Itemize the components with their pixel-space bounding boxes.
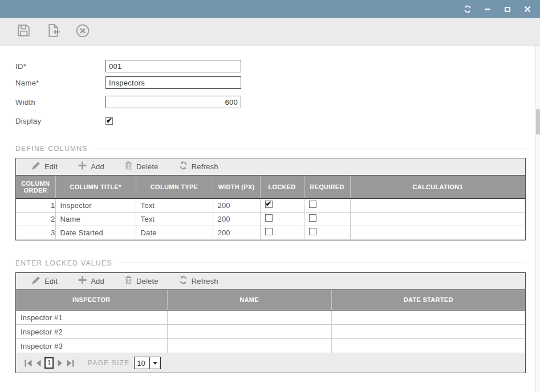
- refresh-button-label: Refresh: [192, 162, 218, 171]
- locked-values-grid: Edit Add Delete: [15, 272, 526, 374]
- scrollbar-thumb[interactable]: [536, 109, 540, 134]
- refresh-button[interactable]: Refresh: [179, 276, 218, 287]
- delete-button-label: Delete: [136, 277, 159, 285]
- minimize-icon[interactable]: [483, 5, 492, 14]
- form-row-id: ID*: [15, 60, 526, 72]
- cell-type: Text: [136, 198, 213, 212]
- column-header-required[interactable]: REQUIRED: [304, 175, 350, 198]
- column-header-title[interactable]: COLUMN TITLE*: [55, 175, 136, 198]
- refresh-icon: [179, 161, 188, 172]
- cell-date-started: [331, 339, 525, 353]
- required-checkbox[interactable]: [309, 228, 316, 235]
- edit-pencil-icon: [32, 161, 40, 172]
- column-header-type[interactable]: COLUMN TYPE: [136, 175, 213, 198]
- cell-order: 2: [16, 212, 55, 226]
- previous-page-button[interactable]: [33, 358, 43, 368]
- maximize-icon[interactable]: [503, 5, 512, 14]
- cell-title: Inspector: [55, 198, 136, 212]
- delete-button-label: Delete: [136, 162, 159, 171]
- cell-date-started: [331, 311, 525, 325]
- edit-button-label: Edit: [44, 162, 58, 171]
- main-content: ID* Name* Width Display DEFINE COLUMNS E…: [15, 60, 526, 373]
- cell-locked: [260, 198, 304, 212]
- locked-checkbox[interactable]: [265, 214, 273, 222]
- page-size-select[interactable]: 10: [134, 357, 161, 369]
- cell-required: [304, 226, 350, 239]
- table-row[interactable]: Inspector #3: [16, 339, 525, 353]
- locked-values-table: INSPECTOR NAME DATE STARTED Inspector #1…: [16, 290, 525, 354]
- column-header-calculation[interactable]: CALCULATION1: [350, 175, 525, 198]
- sync-icon[interactable]: [463, 5, 472, 14]
- section-rule: [95, 149, 526, 149]
- cell-title: Date Started: [55, 226, 136, 239]
- add-button[interactable]: Add: [78, 276, 104, 287]
- delete-button[interactable]: Delete: [125, 276, 159, 287]
- width-label: Width: [15, 98, 105, 107]
- column-header-inspector[interactable]: INSPECTOR: [16, 290, 167, 311]
- table-row[interactable]: Inspector #1: [16, 311, 525, 325]
- id-label: ID*: [15, 62, 105, 71]
- refresh-icon: [179, 276, 188, 287]
- add-button[interactable]: Add: [78, 161, 104, 172]
- column-header-width[interactable]: WIDTH (PX): [213, 175, 260, 198]
- table-row[interactable]: 2 Name Text 200: [16, 212, 525, 226]
- last-page-button[interactable]: [65, 358, 75, 368]
- table-row[interactable]: 1 Inspector Text 200: [16, 198, 525, 212]
- close-icon[interactable]: [523, 5, 532, 14]
- id-field[interactable]: [105, 60, 241, 72]
- chevron-down-icon: [150, 357, 161, 369]
- refresh-button[interactable]: Refresh: [179, 161, 218, 172]
- cell-title: Name: [55, 212, 136, 226]
- column-header-date-started[interactable]: DATE STARTED: [331, 290, 525, 311]
- locked-values-section-header: ENTER LOCKED VALUES: [15, 259, 526, 268]
- import-button[interactable]: [45, 24, 61, 40]
- save-button[interactable]: [15, 24, 31, 40]
- required-checkbox[interactable]: [309, 214, 316, 222]
- locked-checkbox[interactable]: [265, 228, 273, 235]
- column-header-order[interactable]: COLUMN ORDER: [16, 175, 55, 198]
- first-page-button[interactable]: [23, 358, 33, 368]
- display-checkbox[interactable]: [105, 117, 113, 125]
- form-row-width: Width: [15, 96, 526, 108]
- cell-inspector: Inspector #3: [16, 339, 167, 353]
- locked-checkbox[interactable]: [265, 201, 273, 208]
- page-size-label: PAGE SIZE: [88, 359, 129, 367]
- table-header-row: INSPECTOR NAME DATE STARTED: [16, 290, 525, 311]
- width-field[interactable]: [105, 96, 241, 108]
- app-toolbar: [0, 18, 540, 46]
- cell-locked: [260, 212, 304, 226]
- form-row-display: Display: [15, 115, 526, 127]
- refresh-button-label: Refresh: [192, 277, 218, 285]
- name-label: Name*: [15, 79, 105, 87]
- delete-button[interactable]: Delete: [125, 161, 159, 172]
- cancel-button[interactable]: [75, 24, 91, 40]
- cell-width: 200: [213, 198, 260, 212]
- import-document-icon: [46, 23, 61, 40]
- window-titlebar: [0, 0, 540, 18]
- edit-button[interactable]: Edit: [32, 161, 58, 172]
- cell-name: [167, 311, 331, 325]
- display-label: Display: [15, 117, 105, 125]
- column-header-name[interactable]: NAME: [167, 290, 331, 311]
- cell-width: 200: [213, 212, 260, 226]
- add-plus-icon: [78, 276, 87, 287]
- trash-icon: [125, 276, 132, 287]
- edit-button[interactable]: Edit: [32, 276, 58, 287]
- table-row[interactable]: 3 Date Started Date 200: [16, 226, 525, 239]
- column-header-locked[interactable]: LOCKED: [260, 175, 304, 198]
- cell-calculation: [350, 212, 525, 226]
- cell-calculation: [350, 226, 525, 239]
- required-checkbox[interactable]: [309, 201, 316, 208]
- current-page-indicator[interactable]: 1: [44, 357, 54, 369]
- edit-button-label: Edit: [44, 277, 58, 285]
- next-page-button[interactable]: [55, 358, 65, 368]
- cell-date-started: [331, 325, 525, 339]
- section-rule: [119, 263, 526, 263]
- vertical-scrollbar[interactable]: [535, 46, 540, 392]
- cell-type: Text: [136, 212, 213, 226]
- name-field[interactable]: [105, 76, 241, 89]
- cell-type: Date: [136, 226, 213, 239]
- add-button-label: Add: [91, 277, 104, 285]
- edit-pencil-icon: [32, 276, 40, 287]
- table-row[interactable]: Inspector #2: [16, 325, 525, 339]
